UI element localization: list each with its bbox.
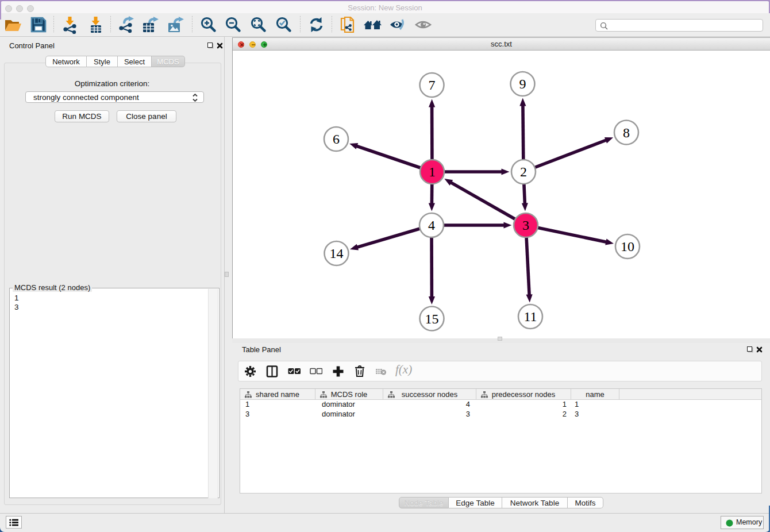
svg-text:1: 1	[429, 164, 436, 179]
svg-text:9: 9	[519, 76, 526, 91]
svg-text:14: 14	[330, 246, 344, 261]
svg-text:8: 8	[623, 125, 630, 140]
svg-text:15: 15	[425, 311, 439, 326]
svg-text:2: 2	[520, 164, 527, 179]
svg-text:11: 11	[523, 309, 537, 324]
svg-text:3: 3	[522, 218, 529, 233]
svg-text:10: 10	[621, 239, 634, 254]
svg-text:4: 4	[428, 218, 435, 233]
svg-text:7: 7	[429, 78, 436, 92]
svg-text:6: 6	[333, 132, 340, 147]
